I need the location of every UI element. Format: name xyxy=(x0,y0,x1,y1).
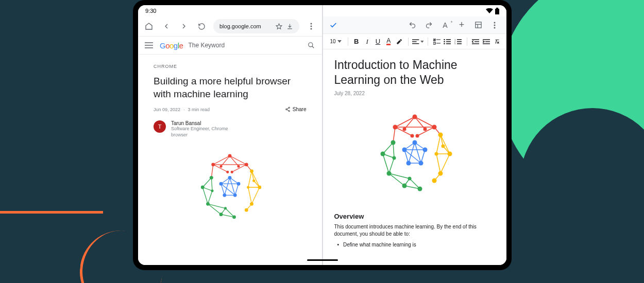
svg-point-82 xyxy=(494,27,496,28)
svg-line-47 xyxy=(225,178,230,195)
svg-line-14 xyxy=(213,156,230,165)
share-button[interactable]: Share xyxy=(285,107,307,112)
svg-point-2 xyxy=(310,26,312,27)
svg-point-63 xyxy=(210,176,213,180)
italic-icon[interactable]: I xyxy=(363,36,371,47)
star-icon[interactable] xyxy=(276,23,282,30)
align-icon[interactable] xyxy=(412,36,423,47)
svg-point-80 xyxy=(494,22,496,23)
svg-point-157 xyxy=(434,152,438,155)
forward-icon[interactable] xyxy=(178,21,190,32)
check-icon[interactable] xyxy=(329,21,337,29)
svg-line-34 xyxy=(212,178,213,191)
menu-icon[interactable] xyxy=(143,40,155,51)
svg-point-52 xyxy=(245,163,248,166)
svg-point-53 xyxy=(220,165,223,167)
clear-format-icon[interactable] xyxy=(493,36,501,47)
svg-line-142 xyxy=(415,143,421,163)
text-format-icon[interactable]: A+ xyxy=(439,20,451,31)
doc-body[interactable]: Introduction to Machine Learning on the … xyxy=(323,49,507,265)
bold-icon[interactable]: B xyxy=(352,36,361,47)
redo-icon[interactable] xyxy=(423,20,434,31)
highlight-icon[interactable] xyxy=(395,36,404,47)
doc-section-heading: Overview xyxy=(334,213,496,220)
svg-rect-75 xyxy=(496,8,498,9)
split-handle[interactable] xyxy=(307,259,338,261)
text-color-icon[interactable]: A xyxy=(384,36,393,47)
svg-line-28 xyxy=(248,187,252,204)
svg-line-36 xyxy=(208,191,213,204)
home-icon[interactable] xyxy=(143,21,155,32)
svg-point-56 xyxy=(231,170,233,173)
hero-graphic xyxy=(154,144,307,231)
undo-icon[interactable] xyxy=(406,20,418,31)
numbered-list-icon[interactable]: 123 xyxy=(454,36,463,47)
site-header-bar: Google The Keyword xyxy=(138,36,322,55)
svg-point-148 xyxy=(432,125,436,129)
svg-line-31 xyxy=(203,178,212,187)
doc-hero-graphic xyxy=(334,102,496,205)
svg-point-50 xyxy=(228,154,232,157)
svg-point-153 xyxy=(438,132,443,137)
docs-toolbar: 10 B I U A xyxy=(323,34,507,49)
svg-point-74 xyxy=(219,182,223,186)
outdent-icon[interactable] xyxy=(471,36,480,47)
svg-point-70 xyxy=(228,176,232,180)
svg-text:3: 3 xyxy=(454,43,456,44)
insert-icon[interactable]: + xyxy=(456,20,467,31)
indent-icon[interactable] xyxy=(482,36,490,47)
back-icon[interactable] xyxy=(161,21,172,32)
font-size-selector[interactable]: 10 xyxy=(328,39,344,44)
author-name: Tarun Bansal xyxy=(171,120,233,126)
author-row: T Tarun Bansal Software Engineer, Chrome… xyxy=(154,120,307,138)
svg-rect-77 xyxy=(475,22,481,28)
svg-point-163 xyxy=(417,186,422,191)
svg-point-169 xyxy=(406,161,411,165)
more-icon[interactable] xyxy=(489,20,500,31)
svg-line-124 xyxy=(436,154,440,173)
svg-point-167 xyxy=(422,147,427,152)
download-icon[interactable] xyxy=(286,23,293,30)
svg-line-117 xyxy=(393,127,395,143)
url-bar[interactable]: blog.google.com xyxy=(213,19,299,33)
svg-point-65 xyxy=(206,202,210,206)
svg-point-1 xyxy=(310,23,312,25)
svg-point-161 xyxy=(386,171,391,175)
underline-icon[interactable]: U xyxy=(374,36,382,47)
battery-icon xyxy=(495,8,499,14)
svg-point-168 xyxy=(418,161,423,165)
chrome-pane: 9:30 blog.google.com xyxy=(138,5,322,265)
svg-point-72 xyxy=(233,193,237,197)
svg-line-49 xyxy=(221,184,235,195)
more-icon[interactable] xyxy=(306,21,317,32)
svg-line-13 xyxy=(286,110,289,111)
svg-line-119 xyxy=(440,135,450,154)
svg-rect-99 xyxy=(457,39,462,40)
avatar: T xyxy=(154,120,166,133)
search-icon[interactable] xyxy=(306,40,317,51)
svg-point-54 xyxy=(238,165,240,167)
google-logo: Google xyxy=(160,41,183,50)
checklist-icon[interactable] xyxy=(432,36,441,47)
svg-line-110 xyxy=(395,117,415,127)
svg-point-166 xyxy=(412,140,417,145)
svg-point-66 xyxy=(219,213,223,216)
article-read-time: 3 min read xyxy=(188,107,210,112)
svg-rect-90 xyxy=(433,42,435,44)
svg-point-62 xyxy=(252,179,255,182)
svg-rect-95 xyxy=(446,41,451,42)
svg-point-96 xyxy=(444,43,446,44)
svg-point-156 xyxy=(432,178,436,183)
svg-point-164 xyxy=(392,156,396,160)
docs-top-bar: A+ + xyxy=(323,16,507,34)
svg-point-81 xyxy=(494,24,496,26)
bullet-list-icon[interactable] xyxy=(443,36,452,47)
svg-line-15 xyxy=(230,156,246,165)
svg-line-46 xyxy=(230,178,235,195)
svg-rect-76 xyxy=(495,9,499,14)
layout-icon[interactable] xyxy=(472,20,484,31)
svg-marker-83 xyxy=(337,40,342,43)
svg-line-120 xyxy=(440,154,450,173)
reload-icon[interactable] xyxy=(196,21,207,32)
svg-point-67 xyxy=(232,215,236,219)
